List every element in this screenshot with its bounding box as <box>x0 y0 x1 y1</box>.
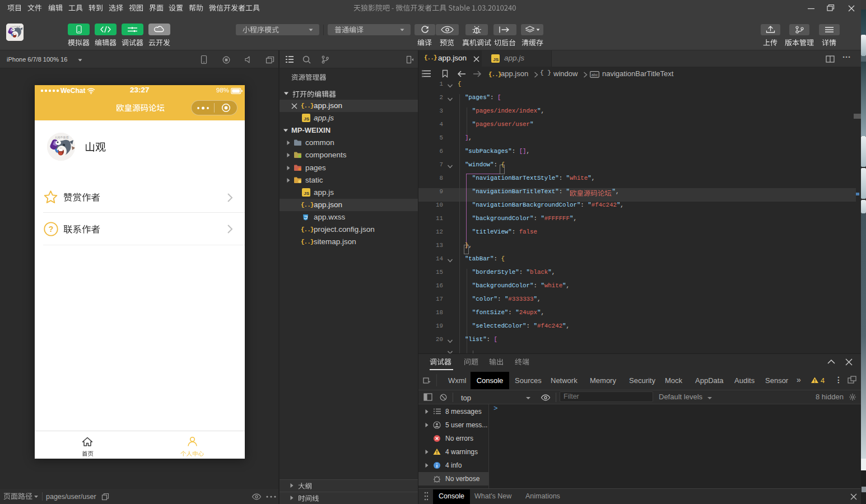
svg-text:人间不值得: 人间不值得 <box>55 136 69 139</box>
svg-text:?: ? <box>49 225 54 234</box>
svg-text:人间不值得: 人间不值得 <box>10 25 20 28</box>
svg-text:abc: abc <box>592 73 598 77</box>
